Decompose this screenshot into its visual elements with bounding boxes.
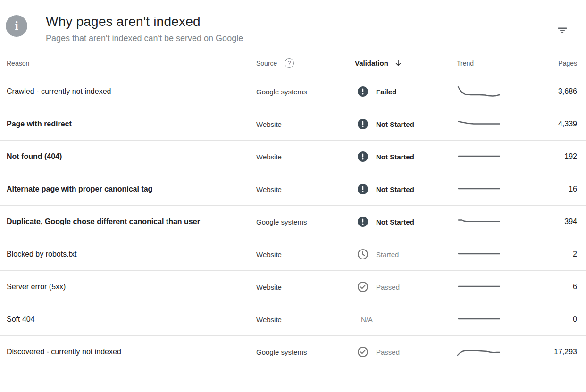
trend-cell	[457, 84, 523, 99]
table-row[interactable]: Soft 404 Website	[0, 303, 586, 336]
validation-cell: Not Started	[355, 118, 457, 130]
issues-table: Reason Source ? Validation Trend Pages	[0, 51, 586, 368]
indexing-report-panel: i Why pages aren't indexed Pages that ar…	[0, 0, 586, 392]
filter-icon	[556, 24, 569, 36]
trend-cell	[457, 279, 523, 294]
pages-count: 4,339	[523, 120, 586, 128]
validation-status-label: Not Started	[376, 153, 414, 161]
trend-sparkline	[457, 344, 500, 359]
validation-status-label: Failed	[376, 88, 396, 96]
table-row[interactable]: Page with redirect Website	[0, 108, 586, 141]
trend-sparkline	[457, 279, 500, 294]
trend-sparkline	[457, 84, 500, 99]
reason-cell: Blocked by robots.txt	[7, 250, 256, 259]
trend-sparkline	[457, 214, 500, 229]
pages-count: 394	[523, 217, 586, 226]
reason-cell: Crawled - currently not indexed	[7, 87, 256, 96]
validation-status-label: N/A	[361, 316, 373, 324]
source-cell: Google systems	[256, 88, 355, 96]
table-row[interactable]: Crawled - currently not indexed Google s…	[0, 75, 586, 108]
pages-count: 16	[523, 185, 586, 193]
page-title: Why pages aren't indexed	[46, 14, 243, 29]
table-body: Crawled - currently not indexed Google s…	[0, 75, 586, 368]
trend-sparkline	[457, 149, 500, 164]
trend-cell	[457, 182, 523, 197]
pages-count: 3,686	[523, 87, 586, 96]
trend-sparkline	[457, 182, 500, 197]
column-header-pages[interactable]: Pages	[523, 59, 586, 67]
page-subtitle: Pages that aren't indexed can't be serve…	[46, 33, 243, 43]
trend-cell	[457, 247, 523, 262]
source-cell: Website	[256, 153, 355, 161]
column-header-validation-label: Validation	[355, 59, 388, 67]
column-header-reason-label: Reason	[7, 59, 29, 67]
validation-cell: N/A	[355, 316, 457, 324]
error-filled-icon	[357, 216, 368, 227]
reason-cell: Duplicate, Google chose different canoni…	[7, 217, 256, 226]
table-row[interactable]: Blocked by robots.txt Website	[0, 238, 586, 271]
error-filled-icon	[357, 118, 368, 130]
table-row[interactable]: Alternate page with proper canonical tag…	[0, 173, 586, 206]
error-filled-icon	[357, 183, 368, 195]
table-row[interactable]: Discovered - currently not indexed Googl…	[0, 336, 586, 368]
table-row[interactable]: Not found (404) Website	[0, 141, 586, 173]
validation-status-label: Started	[376, 250, 399, 259]
column-header-reason[interactable]: Reason	[7, 59, 256, 67]
validation-cell: Passed	[355, 346, 457, 358]
clock-icon	[357, 249, 368, 260]
source-cell: Website	[256, 316, 355, 324]
trend-cell	[457, 117, 523, 132]
table-header-row: Reason Source ? Validation Trend Pages	[0, 51, 586, 75]
column-header-validation[interactable]: Validation	[355, 59, 457, 67]
source-cell: Google systems	[256, 218, 355, 226]
reason-cell: Discovered - currently not indexed	[7, 348, 256, 356]
validation-cell: Not Started	[355, 216, 457, 227]
column-header-trend[interactable]: Trend	[457, 59, 523, 67]
trend-cell	[457, 214, 523, 229]
reason-cell: Server error (5xx)	[7, 283, 256, 291]
reason-cell: Page with redirect	[7, 120, 256, 128]
title-block: Why pages aren't indexed Pages that aren…	[46, 14, 243, 43]
column-header-trend-label: Trend	[457, 59, 474, 67]
validation-status-label: Not Started	[376, 218, 414, 226]
info-icon: i	[6, 15, 27, 37]
check-circle-icon	[357, 346, 368, 358]
validation-cell: Not Started	[355, 183, 457, 195]
trend-cell	[457, 149, 523, 164]
help-icon[interactable]: ?	[285, 58, 294, 68]
validation-status-label: Not Started	[376, 120, 414, 128]
trend-sparkline	[457, 247, 500, 262]
source-cell: Website	[256, 120, 355, 128]
source-cell: Google systems	[256, 348, 355, 356]
column-header-pages-label: Pages	[558, 59, 577, 67]
reason-cell: Alternate page with proper canonical tag	[7, 185, 256, 193]
table-row[interactable]: Server error (5xx) Website	[0, 271, 586, 303]
reason-cell: Not found (404)	[7, 152, 256, 161]
error-filled-icon	[357, 86, 368, 97]
pages-count: 17,293	[523, 348, 586, 356]
trend-sparkline	[457, 312, 500, 327]
trend-cell	[457, 312, 523, 327]
trend-cell	[457, 344, 523, 359]
error-filled-icon	[357, 151, 368, 162]
sort-descending-icon	[394, 59, 402, 67]
table-row[interactable]: Duplicate, Google chose different canoni…	[0, 206, 586, 238]
source-cell: Website	[256, 283, 355, 291]
source-cell: Website	[256, 185, 355, 193]
pages-count: 192	[523, 152, 586, 161]
validation-status-label: Passed	[376, 283, 400, 291]
column-header-source[interactable]: Source ?	[256, 58, 355, 68]
column-header-source-label: Source	[256, 59, 277, 67]
panel-header: i Why pages aren't indexed Pages that ar…	[0, 0, 586, 43]
pages-count: 0	[523, 315, 586, 324]
filter-button[interactable]	[553, 21, 572, 40]
validation-cell: Failed	[355, 86, 457, 97]
validation-cell: Passed	[355, 281, 457, 292]
pages-count: 2	[523, 250, 586, 259]
reason-cell: Soft 404	[7, 315, 256, 324]
pages-count: 6	[523, 283, 586, 291]
validation-cell: Started	[355, 249, 457, 260]
validation-cell: Not Started	[355, 151, 457, 162]
validation-status-label: Not Started	[376, 185, 414, 193]
source-cell: Website	[256, 250, 355, 259]
